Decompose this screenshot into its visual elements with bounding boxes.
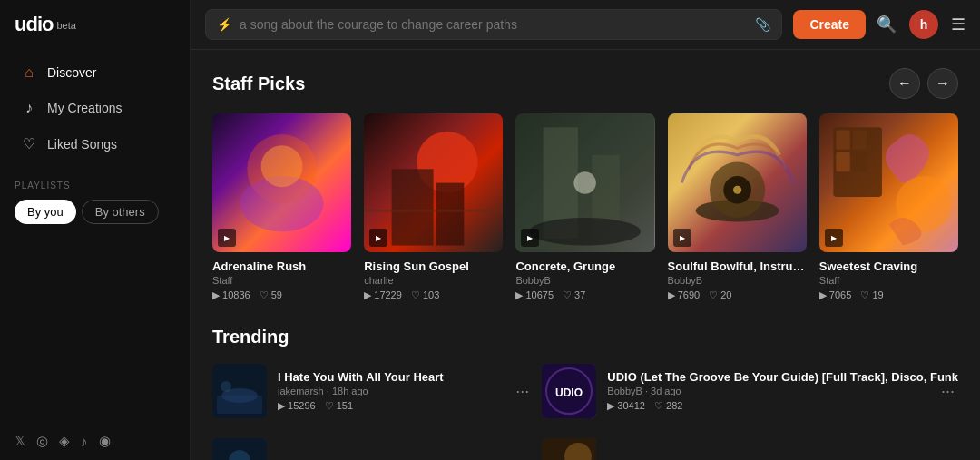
pick-stats-concrete: ▶ 10675 ♡ 37: [515, 289, 654, 301]
search-bar[interactable]: ⚡ 📎: [205, 9, 782, 40]
svg-text:UDIO: UDIO: [555, 387, 583, 399]
pick-thumb-adrenaline: ▶: [212, 113, 351, 252]
trending-title-udio: UDIO (Let The Groove Be Your Guide) [Ful…: [607, 370, 958, 384]
pick-stats-soulful: ▶ 7690 ♡ 20: [668, 289, 807, 301]
nav-arrows: ← →: [889, 68, 958, 99]
trending-title: Trending: [212, 327, 958, 347]
svg-point-25: [220, 381, 231, 392]
logo-text: udio: [15, 13, 53, 36]
plays-stat: ▶ 7690: [668, 289, 701, 301]
nav-label-liked-songs: Liked Songs: [47, 137, 117, 152]
pick-title-adrenaline: Adrenaline Rush: [212, 259, 351, 273]
logo-beta: beta: [56, 20, 75, 31]
attachment-icon[interactable]: 📎: [755, 17, 770, 32]
content-area: Staff Picks ← → ▶ Adre: [191, 50, 980, 460]
avatar[interactable]: h: [909, 10, 938, 39]
staff-picks-header: Staff Picks ← →: [212, 68, 958, 99]
nav-item-liked-songs[interactable]: ♡ Liked Songs: [5, 126, 184, 161]
svg-rect-5: [436, 183, 465, 246]
pick-author-sweetest: Staff: [819, 275, 958, 286]
pick-author-adrenaline: Staff: [212, 275, 351, 286]
menu-icon[interactable]: ☰: [951, 15, 965, 34]
trending-info-udio: UDIO (Let The Groove Be Your Guide) [Ful…: [607, 370, 958, 412]
trending-meta-udio: BobbyB · 3d ago: [607, 386, 958, 396]
likes-stat: ♡ 19: [860, 289, 883, 301]
search-icon[interactable]: 🔍: [877, 15, 897, 34]
pick-card-adrenaline[interactable]: ▶ Adrenaline Rush Staff ▶ 10836 ♡ 59: [212, 113, 351, 301]
instagram-icon[interactable]: ◎: [36, 433, 48, 449]
nav-item-discover[interactable]: ⌂ Discover: [5, 55, 184, 90]
pick-card-concrete[interactable]: ▶ Concrete, Grunge BobbyB ▶ 10675 ♡ 37: [515, 113, 654, 301]
topbar: ⚡ 📎 Create 🔍 h ☰: [191, 0, 980, 50]
discord-icon[interactable]: ◈: [59, 433, 70, 449]
pick-card-sweetest[interactable]: ▶ Sweetest Craving Staff ▶ 7065 ♡ 19: [819, 113, 958, 301]
svg-point-11: [574, 171, 597, 194]
plays-stat: ▶ 7065: [819, 289, 852, 301]
play-indicator: ▶: [218, 229, 236, 247]
search-input[interactable]: [240, 17, 748, 32]
svg-point-10: [530, 218, 642, 246]
trending-item-dramatic[interactable]: Dramatic Exotic...: [542, 433, 958, 460]
trending-thumb-hate: [212, 364, 267, 418]
pick-title-concrete: Concrete, Grunge: [515, 259, 654, 273]
reddit-icon[interactable]: ◉: [99, 433, 111, 449]
more-options-icon[interactable]: ···: [937, 378, 958, 405]
pick-title-sweetest: Sweetest Craving: [819, 259, 958, 273]
nav-item-my-creations[interactable]: ♪ My Creations: [5, 91, 184, 125]
music-note-icon: ♪: [20, 100, 38, 116]
likes: ♡ 151: [325, 400, 353, 412]
trending-thumb-wow: [212, 438, 267, 460]
logo-area: udio beta: [0, 0, 190, 45]
pick-author-concrete: BobbyB: [515, 275, 654, 286]
create-button[interactable]: Create: [793, 10, 866, 39]
sidebar: udio beta ⌂ Discover ♪ My Creations ♡ Li…: [0, 0, 191, 460]
prev-arrow[interactable]: ←: [889, 68, 920, 99]
pick-stats-sweetest: ▶ 7065 ♡ 19: [819, 289, 958, 301]
staff-picks-grid: ▶ Adrenaline Rush Staff ▶ 10836 ♡ 59: [212, 113, 958, 301]
trending-item-wow[interactable]: Wow — I Didn't Know That [Full Track]: [212, 433, 533, 460]
likes-stat: ♡ 20: [709, 289, 731, 301]
tiktok-icon[interactable]: ♪: [81, 434, 88, 449]
next-arrow[interactable]: →: [927, 68, 958, 99]
more-options-icon[interactable]: ···: [512, 378, 533, 405]
tab-by-others[interactable]: By others: [82, 200, 159, 224]
pick-stats-adrenaline: ▶ 10836 ♡ 59: [212, 289, 351, 301]
plays: ▶ 30412: [607, 400, 645, 412]
play-indicator: ▶: [825, 229, 843, 247]
twitter-icon[interactable]: 𝕏: [15, 433, 25, 449]
pick-thumb-concrete: ▶: [515, 113, 654, 252]
pick-card-rising[interactable]: ▶ Rising Sun Gospel charlie ▶ 17229 ♡ 10…: [364, 113, 503, 301]
lightning-icon: ⚡: [217, 17, 232, 32]
svg-rect-18: [853, 130, 867, 149]
trending-title-hate: I Hate You With All Your Heart: [278, 370, 533, 384]
pick-thumb-rising: ▶: [364, 113, 503, 252]
heart-icon: ♡: [20, 135, 38, 152]
play-indicator: ▶: [521, 229, 539, 247]
main-nav: ⌂ Discover ♪ My Creations ♡ Liked Songs: [0, 54, 190, 162]
topbar-icons: 🔍 h ☰: [877, 10, 965, 39]
main-content: ⚡ 📎 Create 🔍 h ☰ Staff Picks ← →: [191, 0, 980, 460]
plays-stat: ▶ 10836: [212, 289, 250, 301]
trending-info-hate: I Hate You With All Your Heart jakemarsh…: [278, 370, 533, 412]
pick-author-soulful: BobbyB: [668, 275, 807, 286]
home-icon: ⌂: [20, 64, 38, 81]
pick-author-rising: charlie: [364, 275, 503, 286]
trending-stats-udio: ▶ 30412 ♡ 282: [607, 400, 958, 412]
trending-item-udio[interactable]: UDIO UDIO (Let The Groove Be Your Guide)…: [542, 358, 958, 424]
pick-title-rising: Rising Sun Gospel: [364, 259, 503, 273]
plays-stat: ▶ 10675: [515, 289, 554, 301]
svg-rect-19: [836, 152, 849, 171]
trending-thumb-udio: UDIO: [542, 364, 596, 418]
trending-stats-hate: ▶ 15296 ♡ 151: [278, 400, 533, 412]
playlists-label: PLAYLISTS: [15, 181, 175, 191]
nav-label-my-creations: My Creations: [47, 101, 122, 115]
trending-meta-hate: jakemarsh · 18h ago: [278, 386, 533, 396]
staff-picks-title: Staff Picks: [212, 73, 305, 94]
pick-card-soulful[interactable]: ▶ Soulful Bowlful, Instrumental Hi... Bo…: [668, 113, 807, 301]
likes-stat: ♡ 59: [260, 289, 282, 301]
tab-by-you[interactable]: By you: [15, 200, 76, 224]
play-indicator: ▶: [369, 229, 387, 247]
likes-stat: ♡ 37: [563, 289, 585, 301]
trending-thumb-dramatic: [542, 438, 596, 460]
trending-item-hate[interactable]: I Hate You With All Your Heart jakemarsh…: [212, 358, 533, 424]
